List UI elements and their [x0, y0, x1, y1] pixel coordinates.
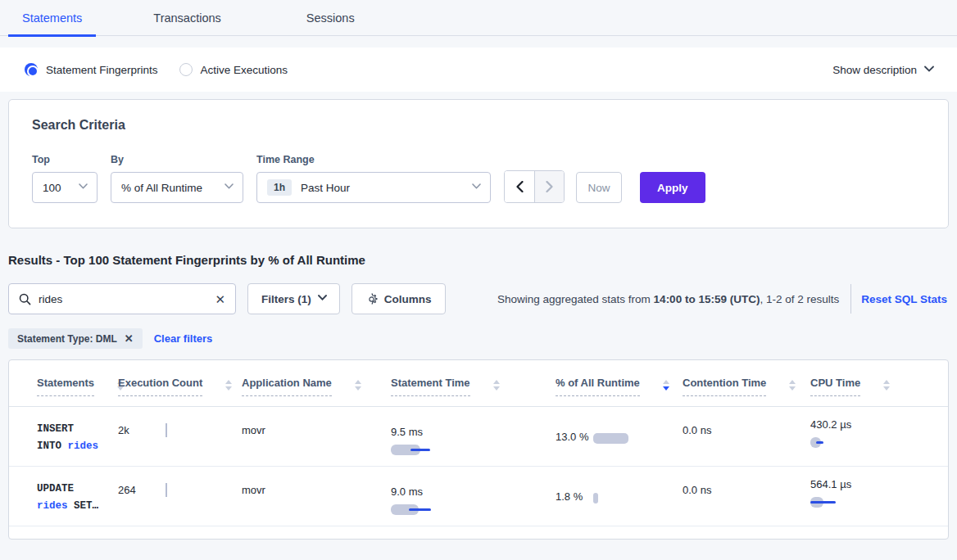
gear-icon — [365, 293, 378, 305]
radio-selected-icon — [25, 63, 38, 76]
contention-time-cell: 0.0 ns — [683, 407, 810, 466]
filter-chip-statement-type[interactable]: Statement Type: DML ✕ — [8, 328, 143, 349]
clear-search-icon[interactable]: ✕ — [215, 293, 225, 305]
table-row: UPDATE rides SET… 264 movr 9.0 ms 1.8 % … — [9, 467, 948, 526]
radio-active-executions[interactable]: Active Executions — [179, 63, 288, 76]
sort-icon-active-desc[interactable] — [663, 380, 669, 391]
cpu-time-cell: 430.2 µs — [810, 407, 948, 466]
statement-time-cell: 9.5 ms — [391, 407, 556, 466]
column-header-runtime-pct[interactable]: % of All Runtime — [556, 360, 683, 406]
by-select[interactable]: % of All Runtime — [111, 172, 243, 203]
time-range-label: Time Range — [256, 154, 491, 165]
view-toggle-strip: Statement Fingerprints Active Executions… — [0, 47, 957, 92]
statement-cell: INSERT INTO rides — [9, 407, 107, 466]
statement-link[interactable]: rides — [37, 500, 68, 512]
chevron-down-icon — [924, 65, 932, 74]
tab-statements[interactable]: Statements — [8, 3, 96, 37]
apply-button[interactable]: Apply — [640, 172, 705, 203]
sort-icon[interactable] — [493, 380, 500, 391]
show-description-toggle[interactable]: Show description — [832, 64, 932, 76]
column-header-statements[interactable]: Statements — [9, 360, 118, 406]
sort-icon[interactable] — [789, 380, 796, 391]
tab-transactions[interactable]: Transactions — [139, 3, 234, 37]
previous-time-button[interactable] — [505, 171, 534, 202]
runtime-pct-cell: 1.8 % — [556, 467, 683, 526]
tab-sessions[interactable]: Sessions — [293, 3, 369, 37]
statement-link[interactable]: rides — [68, 440, 99, 452]
statement-time-cell: 9.0 ms — [391, 467, 556, 526]
filters-button[interactable]: Filters (1) — [247, 283, 340, 314]
column-header-contention-time[interactable]: Contention Time — [683, 360, 810, 406]
chevron-down-icon — [79, 183, 87, 192]
results-heading: Results - Top 100 Statement Fingerprints… — [8, 253, 949, 267]
time-range-select[interactable]: 1h Past Hour — [256, 172, 491, 203]
radio-unselected-icon — [179, 63, 193, 76]
statements-table: Statements Execution Count Application N… — [8, 359, 949, 540]
by-select-value: % of All Runtime — [121, 182, 202, 194]
vertical-divider — [850, 284, 851, 314]
column-header-application-name[interactable]: Application Name — [242, 360, 391, 406]
table-row: INSERT INTO rides 2k movr 9.5 ms 13.0 % … — [9, 407, 948, 467]
cpu-time-barchart — [810, 497, 941, 508]
results-toolbar: ✕ Filters (1) Columns Showing aggregated… — [8, 283, 949, 314]
active-filters-row: Statement Type: DML ✕ Clear filters — [8, 328, 949, 349]
execution-count-cell: 264 — [118, 467, 242, 526]
execution-count-cell: 2k — [118, 407, 242, 466]
search-input[interactable] — [39, 293, 215, 305]
aggregated-stats-note: Showing aggregated stats from 14:00 to 1… — [497, 293, 839, 305]
search-icon — [19, 293, 31, 305]
statement-time-barchart — [391, 445, 549, 455]
time-range-badge: 1h — [267, 179, 292, 196]
time-nav-group — [504, 170, 565, 203]
chevron-down-icon — [318, 295, 326, 303]
execution-count-bar — [166, 423, 167, 437]
column-header-statement-time[interactable]: Statement Time — [391, 360, 556, 406]
remove-filter-icon[interactable]: ✕ — [125, 332, 134, 345]
columns-label: Columns — [384, 293, 432, 305]
columns-button[interactable]: Columns — [352, 283, 446, 314]
search-criteria-panel: Search Criteria Top 100 By % of All Runt… — [8, 99, 949, 228]
filters-label: Filters (1) — [261, 293, 311, 305]
execution-count-bar — [166, 483, 167, 497]
reset-sql-stats-link[interactable]: Reset SQL Stats — [861, 293, 949, 305]
time-range-control: Time Range 1h Past Hour — [256, 154, 491, 203]
top-select-value: 100 — [43, 182, 61, 194]
top-control: Top 100 — [32, 154, 98, 203]
top-label: Top — [32, 154, 98, 165]
sort-icon[interactable] — [225, 380, 232, 391]
runtime-pct-cell: 13.0 % — [556, 407, 683, 466]
by-control: By % of All Runtime — [111, 154, 243, 203]
top-tabbar: Statements Transactions Sessions — [0, 0, 957, 36]
runtime-pct-bar — [593, 493, 598, 504]
cpu-time-barchart — [810, 437, 941, 448]
contention-time-cell: 0.0 ns — [683, 467, 810, 526]
sort-icon[interactable] — [355, 380, 361, 391]
statement-cell: UPDATE rides SET… — [9, 467, 107, 526]
statement-search-box[interactable]: ✕ — [8, 283, 236, 314]
now-button[interactable]: Now — [576, 172, 622, 203]
chevron-down-icon — [225, 183, 233, 192]
application-name-cell: movr — [242, 467, 391, 526]
column-header-execution-count[interactable]: Execution Count — [118, 360, 242, 406]
radio-label: Statement Fingerprints — [46, 64, 158, 76]
by-label: By — [111, 154, 243, 165]
chevron-down-icon — [472, 183, 480, 192]
radio-statement-fingerprints[interactable]: Statement Fingerprints — [25, 63, 158, 76]
application-name-cell: movr — [242, 407, 391, 466]
cpu-time-cell: 564.1 µs — [810, 467, 948, 526]
show-description-label: Show description — [832, 64, 917, 76]
next-time-button[interactable] — [534, 171, 564, 202]
time-range-value: Past Hour — [301, 182, 350, 194]
sort-icon[interactable] — [883, 380, 890, 391]
top-select[interactable]: 100 — [32, 172, 98, 203]
runtime-pct-bar — [593, 433, 628, 444]
table-header-row: Statements Execution Count Application N… — [9, 360, 948, 407]
filter-chip-label: Statement Type: DML — [17, 333, 117, 345]
clear-filters-link[interactable]: Clear filters — [154, 332, 213, 345]
radio-label: Active Executions — [201, 64, 288, 76]
statement-time-barchart — [391, 504, 549, 515]
search-criteria-title: Search Criteria — [32, 118, 925, 133]
column-header-cpu-time[interactable]: CPU Time — [810, 360, 948, 406]
